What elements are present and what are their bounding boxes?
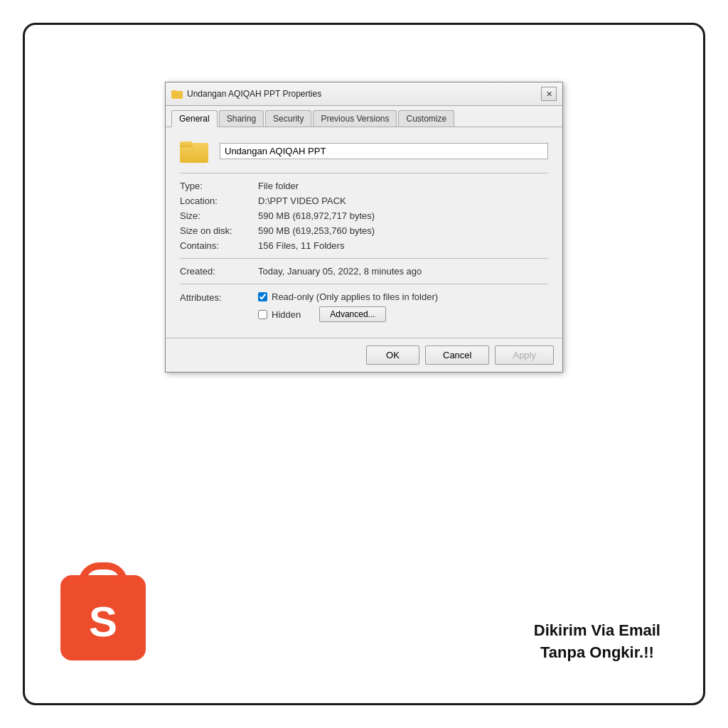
apply-button[interactable]: Apply (495, 346, 554, 365)
contains-label: Contains: (180, 240, 258, 251)
folder-icon-large (180, 139, 208, 163)
shopee-letter: S (89, 597, 117, 646)
tab-bar: General Sharing Security Previous Versio… (166, 106, 562, 127)
readonly-checkbox[interactable] (258, 292, 267, 301)
contains-row: Contains: 156 Files, 11 Folders (180, 240, 548, 251)
title-bar: Undangan AQIQAH PPT Properties ✕ (166, 82, 562, 106)
created-label: Created: (180, 266, 258, 277)
promo-text: Dikirim Via Email Tanpa Ongkir.!! (534, 620, 660, 664)
outer-border: Undangan AQIQAH PPT Properties ✕ General… (23, 23, 705, 705)
created-table: Created: Today, January 05, 2022, 8 minu… (180, 266, 548, 277)
tab-general[interactable]: General (171, 110, 218, 127)
location-row: Location: D:\PPT VIDEO PACK (180, 196, 548, 206)
location-value: D:\PPT VIDEO PACK (258, 196, 346, 206)
dialog-title: Undangan AQIQAH PPT Properties (187, 89, 321, 99)
type-label: Type: (180, 181, 258, 191)
hidden-checkbox[interactable] (258, 310, 267, 319)
attributes-row: Attributes: Read-only (Only applies to f… (180, 291, 548, 322)
promo-line2: Tanpa Ongkir.!! (534, 642, 660, 664)
advanced-button[interactable]: Advanced... (319, 306, 385, 322)
promo-line1: Dikirim Via Email (534, 620, 660, 642)
divider-2 (180, 258, 548, 259)
type-value: File folder (258, 181, 299, 191)
properties-dialog: Undangan AQIQAH PPT Properties ✕ General… (165, 82, 563, 373)
readonly-label: Read-only (Only applies to files in fold… (272, 291, 438, 302)
hidden-checkbox-row: Hidden Advanced... (258, 306, 438, 322)
close-button[interactable]: ✕ (541, 87, 557, 101)
size-row: Size: 590 MB (618,972,717 bytes) (180, 210, 548, 221)
title-folder-icon (171, 89, 183, 99)
shopee-bag: S (60, 575, 146, 660)
readonly-checkbox-row: Read-only (Only applies to files in fold… (258, 291, 438, 302)
title-bar-left: Undangan AQIQAH PPT Properties (171, 89, 321, 99)
contains-value: 156 Files, 11 Folders (258, 240, 344, 251)
tab-customize[interactable]: Customize (398, 110, 454, 127)
created-value: Today, January 05, 2022, 8 minutes ago (258, 266, 422, 277)
cancel-button[interactable]: Cancel (425, 346, 489, 365)
divider-1 (180, 173, 548, 173)
size-on-disk-value: 590 MB (619,253,760 bytes) (258, 225, 375, 236)
type-row: Type: File folder (180, 181, 548, 191)
tab-sharing[interactable]: Sharing (219, 110, 264, 127)
location-label: Location: (180, 196, 258, 206)
shopee-badge: S (60, 575, 146, 660)
attributes-label: Attributes: (180, 291, 258, 303)
attributes-checkboxes: Read-only (Only applies to files in fold… (258, 291, 438, 322)
folder-name-row (180, 139, 548, 163)
dialog-content: Type: File folder Location: D:\PPT VIDEO… (166, 127, 562, 338)
button-row: OK Cancel Apply (166, 338, 562, 372)
hidden-label: Hidden (272, 309, 301, 320)
tab-security[interactable]: Security (265, 110, 311, 127)
size-on-disk-label: Size on disk: (180, 225, 258, 236)
size-on-disk-row: Size on disk: 590 MB (619,253,760 bytes) (180, 225, 548, 236)
folder-name-input[interactable] (220, 143, 548, 159)
created-row: Created: Today, January 05, 2022, 8 minu… (180, 266, 548, 277)
close-icon: ✕ (546, 90, 552, 99)
ok-button[interactable]: OK (366, 346, 419, 365)
size-label: Size: (180, 210, 258, 221)
tab-previous-versions[interactable]: Previous Versions (313, 110, 397, 127)
divider-3 (180, 284, 548, 284)
properties-table: Type: File folder Location: D:\PPT VIDEO… (180, 181, 548, 251)
size-value: 590 MB (618,972,717 bytes) (258, 210, 375, 221)
